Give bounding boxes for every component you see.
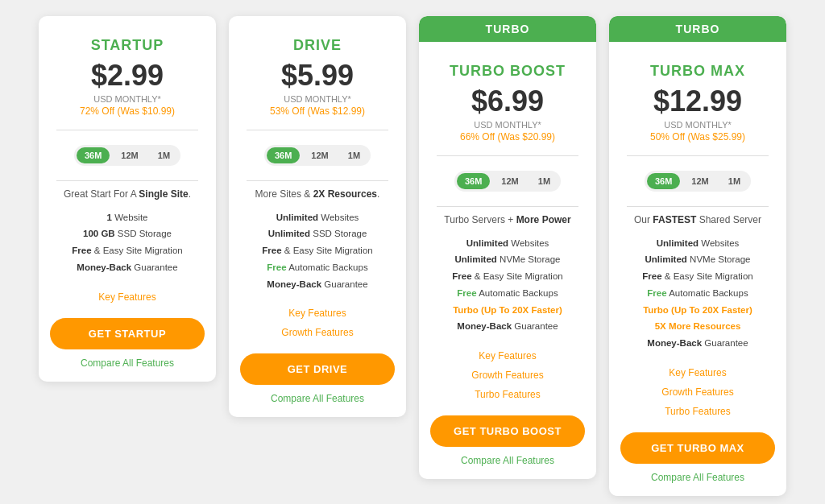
feature-item: Money-Back Guarantee [237,276,398,293]
extra-links: Key FeaturesGrowth Features [229,304,406,342]
cta-button[interactable]: GET TURBO MAX [620,432,775,464]
cta-button[interactable]: GET TURBO BOOST [430,415,585,447]
feature-item: Free & Easy Site Migration [47,242,208,259]
divider [437,155,578,156]
plan-header: DRIVE $5.99 USD MONTHLY* 53% Off (Was $1… [229,16,406,123]
plan-discount: 50% Off (Was $25.99) [622,131,773,143]
plan-card-drive: DRIVE $5.99 USD MONTHLY* 53% Off (Was $1… [229,16,406,417]
turbo-badge: TURBO [609,16,786,42]
feature-item: 1 Website [47,209,208,226]
billing-toggle: 36M12M1M [74,145,180,166]
billing-btn-1m[interactable]: 1M [530,173,558,189]
billing-toggle: 36M12M1M [264,145,371,166]
divider2 [437,206,578,207]
feature-item: Unlimited Websites [237,209,398,226]
plan-tagline: Turbo Servers + More Power [433,213,582,227]
extra-links: Key FeaturesGrowth FeaturesTurbo Feature… [609,363,786,421]
billing-btn-36m[interactable]: 36M [457,173,490,189]
divider2 [56,180,198,181]
billing-toggle: 36M12M1M [454,171,561,192]
features-list: 1 Website100 GB SSD StorageFree & Easy S… [39,209,216,276]
plan-tagline: Our FASTEST Shared Server [623,213,773,227]
plan-price: $6.99 [432,85,583,118]
feature-item: Free & Easy Site Migration [617,268,778,285]
extra-link[interactable]: Turbo Features [609,402,786,421]
compare-link[interactable]: Compare All Features [271,393,364,404]
feature-item: Unlimited NVMe Storage [617,251,778,268]
extra-link[interactable]: Growth Features [419,366,596,385]
extra-link[interactable]: Key Features [229,304,406,323]
billing-btn-36m[interactable]: 36M [647,173,680,189]
plan-card-turbo-max: TURBO TURBO MAX $12.99 USD MONTHLY* 50% … [609,16,786,496]
plan-tagline: More Sites & 2X Resources. [244,188,392,201]
billing-btn-36m[interactable]: 36M [77,147,110,163]
plan-price: $12.99 [622,85,773,118]
divider [247,130,388,130]
plan-header: TURBO MAX $12.99 USD MONTHLY* 50% Off (W… [609,42,786,149]
plan-header: STARTUP $2.99 USD MONTHLY* 72% Off (Was … [39,16,216,123]
features-list: Unlimited WebsitesUnlimited NVMe Storage… [609,235,786,352]
extra-links: Key FeaturesGrowth FeaturesTurbo Feature… [419,346,596,404]
plan-period: USD MONTHLY* [432,120,583,130]
feature-item: Money-Back Guarantee [47,259,208,276]
divider [627,155,769,156]
plan-name: TURBO BOOST [432,63,583,80]
plan-price: $2.99 [52,59,203,93]
feature-item: Turbo (Up To 20X Faster) [617,302,778,319]
extra-link[interactable]: Key Features [419,346,596,366]
feature-item: Turbo (Up To 20X Faster) [427,302,588,319]
feature-item: Free & Easy Site Migration [427,268,588,285]
feature-item: Free Automatic Backups [617,285,778,302]
plan-card-turbo-boost: TURBO TURBO BOOST $6.99 USD MONTHLY* 66%… [419,16,596,479]
extra-link[interactable]: Key Features [609,363,786,382]
feature-item: Money-Back Guarantee [617,335,778,352]
plan-discount: 66% Off (Was $20.99) [432,131,583,143]
plan-name: STARTUP [52,37,203,54]
plan-tagline: Great Start For A Single Site. [52,188,202,201]
turbo-badge: TURBO [419,16,596,42]
billing-btn-1m[interactable]: 1M [340,147,368,163]
extra-link[interactable]: Growth Features [229,323,406,342]
feature-item: 100 GB SSD Storage [47,225,208,242]
extra-link[interactable]: Key Features [39,287,216,307]
features-list: Unlimited WebsitesUnlimited SSD StorageF… [229,209,406,292]
feature-item: Free Automatic Backups [237,259,398,276]
plan-period: USD MONTHLY* [52,94,203,104]
billing-btn-12m[interactable]: 12M [493,173,526,189]
feature-item: Unlimited Websites [427,235,588,252]
features-list: Unlimited WebsitesUnlimited NVMe Storage… [419,235,596,335]
billing-btn-12m[interactable]: 12M [683,173,716,189]
compare-link[interactable]: Compare All Features [651,472,744,483]
divider2 [247,180,388,181]
plan-card-startup: STARTUP $2.99 USD MONTHLY* 72% Off (Was … [39,16,216,382]
billing-toggle: 36M12M1M [645,171,751,192]
feature-item: Unlimited Websites [617,235,778,252]
divider2 [627,206,769,207]
plan-period: USD MONTHLY* [622,120,773,130]
feature-item: Unlimited SSD Storage [237,225,398,242]
cta-button[interactable]: GET STARTUP [50,318,205,349]
feature-item: Free & Easy Site Migration [237,242,398,259]
plan-name: DRIVE [242,37,393,54]
plan-header: TURBO BOOST $6.99 USD MONTHLY* 66% Off (… [419,42,596,149]
divider [56,130,198,130]
billing-btn-1m[interactable]: 1M [720,173,748,189]
plan-period: USD MONTHLY* [242,94,393,104]
plan-price: $5.99 [242,59,393,93]
plan-discount: 72% Off (Was $10.99) [52,105,203,117]
plan-discount: 53% Off (Was $12.99) [242,105,393,117]
extra-links: Key Features [39,287,216,307]
billing-btn-1m[interactable]: 1M [150,147,178,163]
compare-link[interactable]: Compare All Features [81,357,174,369]
billing-btn-36m[interactable]: 36M [267,147,300,163]
feature-item: Unlimited NVMe Storage [427,251,588,268]
feature-item: 5X More Resources [617,318,778,335]
extra-link[interactable]: Growth Features [609,382,786,402]
cta-button[interactable]: GET DRIVE [240,353,395,385]
compare-link[interactable]: Compare All Features [461,455,554,466]
billing-btn-12m[interactable]: 12M [303,147,336,163]
pricing-container: STARTUP $2.99 USD MONTHLY* 72% Off (Was … [23,0,802,504]
extra-link[interactable]: Turbo Features [419,385,596,404]
billing-btn-12m[interactable]: 12M [113,147,146,163]
feature-item: Money-Back Guarantee [427,318,588,335]
